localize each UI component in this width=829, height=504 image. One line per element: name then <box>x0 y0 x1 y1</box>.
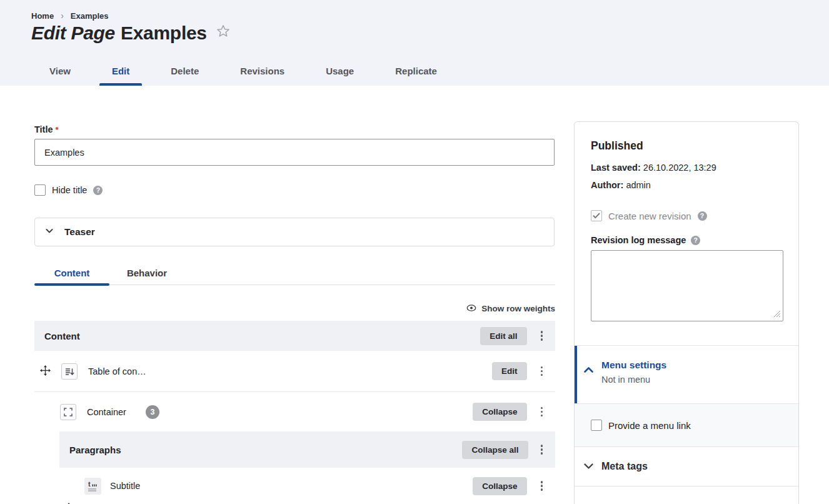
provide-menu-link-checkbox[interactable] <box>591 420 602 431</box>
title-input[interactable] <box>34 139 555 166</box>
kebab-menu-icon[interactable] <box>537 328 547 343</box>
star-icon[interactable] <box>215 23 231 44</box>
edit-row-button[interactable]: Edit <box>492 362 527 380</box>
author-line: Author: admin <box>591 180 782 190</box>
kebab-menu-icon[interactable] <box>537 405 547 420</box>
chevron-down-icon <box>44 226 54 238</box>
edit-all-button[interactable]: Edit all <box>480 327 526 345</box>
svg-text:t: t <box>88 480 91 488</box>
breadcrumb: Home › Examples <box>31 11 109 21</box>
kebab-menu-icon[interactable] <box>537 442 547 457</box>
meta-tags-accordion[interactable]: Meta tags <box>575 446 798 486</box>
revision-log-label-row: Revision log message ? <box>591 235 782 245</box>
status-heading: Published <box>591 139 782 153</box>
hide-title-label: Hide title <box>52 185 87 195</box>
create-new-revision-row: Create new revision ? <box>591 210 782 221</box>
container-paragraph-icon <box>60 404 76 420</box>
page-title-action: Edit Page <box>31 23 115 44</box>
collapse-row-button[interactable]: Collapse <box>473 477 526 495</box>
drag-handle-icon-clipped[interactable] <box>65 499 73 504</box>
help-icon[interactable]: ? <box>93 186 103 195</box>
provide-menu-link-label: Provide a menu link <box>608 420 691 431</box>
collapse-all-button[interactable]: Collapse all <box>462 441 528 459</box>
breadcrumb-current: Examples <box>71 11 109 21</box>
hide-title-row: Hide title ? <box>34 184 103 196</box>
show-row-weights-toggle[interactable]: Show row weights <box>34 304 555 313</box>
tab-edit[interactable]: Edit <box>96 58 146 86</box>
tab-delete[interactable]: Delete <box>154 58 215 86</box>
tab-replicate[interactable]: Replicate <box>379 58 453 86</box>
paragraph-row-subtitle: t Subtitle Collapse <box>59 468 555 504</box>
paragraphs-subfield-header: Paragraphs Collapse all <box>59 431 555 468</box>
tab-view[interactable]: View <box>33 58 87 86</box>
revision-log-label: Revision log message <box>591 235 686 245</box>
create-new-revision-checkbox[interactable] <box>591 210 602 221</box>
active-section-indicator <box>575 346 577 403</box>
primary-tabs: View Edit Delete Revisions Usage Replica… <box>33 58 453 86</box>
last-saved-label: Last saved: <box>591 163 641 173</box>
help-icon[interactable]: ? <box>698 211 707 221</box>
page-header: Home › Examples Edit Page Examples View … <box>0 0 829 86</box>
meta-sidebar: Published Last saved: 26.10.2022, 13:29 … <box>574 121 799 504</box>
publish-panel: Published Last saved: 26.10.2022, 13:29 … <box>575 122 798 321</box>
author-value: admin <box>626 180 651 190</box>
teaser-label: Teaser <box>64 226 95 238</box>
menu-settings-title: Menu settings <box>601 360 666 371</box>
breadcrumb-home-link[interactable]: Home <box>31 11 54 21</box>
teaser-accordion[interactable]: Teaser <box>34 218 555 246</box>
paragraph-row-toc: Table of con… Edit <box>34 351 555 392</box>
hide-title-checkbox[interactable] <box>34 184 46 196</box>
title-field-label: Title* <box>34 124 59 134</box>
children-count-badge: 3 <box>146 405 159 419</box>
show-row-weights-label: Show row weights <box>481 304 555 313</box>
page-title: Edit Page Examples <box>31 23 231 44</box>
field-tab-content[interactable]: Content <box>34 265 109 285</box>
page-title-entity: Examples <box>121 23 207 44</box>
content-field-title: Content <box>44 331 80 341</box>
tab-usage[interactable]: Usage <box>309 58 370 86</box>
toc-row-label: Table of con… <box>88 366 146 376</box>
collapse-row-button[interactable]: Collapse <box>473 403 526 421</box>
subtitle-paragraph-icon: t <box>84 478 101 495</box>
kebab-menu-icon[interactable] <box>537 364 547 379</box>
chevron-down-icon <box>583 461 594 472</box>
paragraph-row-container: Container 3 Collapse <box>34 392 555 431</box>
toc-paragraph-icon <box>61 363 78 380</box>
provide-menu-link-row: Provide a menu link <box>575 403 798 446</box>
menu-settings-accordion[interactable]: Menu settings Not in menu <box>575 345 798 403</box>
last-saved-line: Last saved: 26.10.2022, 13:29 <box>591 163 782 173</box>
content-field-header: Content Edit all <box>34 321 555 351</box>
revision-log-textarea[interactable] <box>591 250 783 321</box>
chevron-up-icon <box>583 365 594 376</box>
help-icon[interactable]: ? <box>691 236 700 245</box>
chevron-right-icon: › <box>61 11 64 21</box>
edit-page-screen: Home › Examples Edit Page Examples View … <box>0 0 829 504</box>
author-label: Author: <box>591 180 623 190</box>
drag-handle-icon[interactable] <box>39 365 51 378</box>
subtitle-row-label: Subtitle <box>110 481 140 491</box>
meta-tags-title: Meta tags <box>601 461 648 472</box>
create-new-revision-label: Create new revision <box>608 211 691 221</box>
title-label-text: Title <box>34 124 53 134</box>
kebab-menu-icon[interactable] <box>537 478 547 493</box>
eye-icon <box>466 304 476 313</box>
last-saved-value: 26.10.2022, 13:29 <box>643 163 716 173</box>
menu-settings-summary: Not in menu <box>601 375 666 385</box>
required-asterisk: * <box>56 125 59 134</box>
tab-revisions[interactable]: Revisions <box>224 58 301 86</box>
revision-log-wrap <box>591 250 782 321</box>
paragraphs-subfield-title: Paragraphs <box>69 445 121 455</box>
field-tabs: Content Behavior <box>34 265 555 285</box>
container-row-label: Container <box>87 407 126 417</box>
field-tab-behavior[interactable]: Behavior <box>109 265 184 285</box>
